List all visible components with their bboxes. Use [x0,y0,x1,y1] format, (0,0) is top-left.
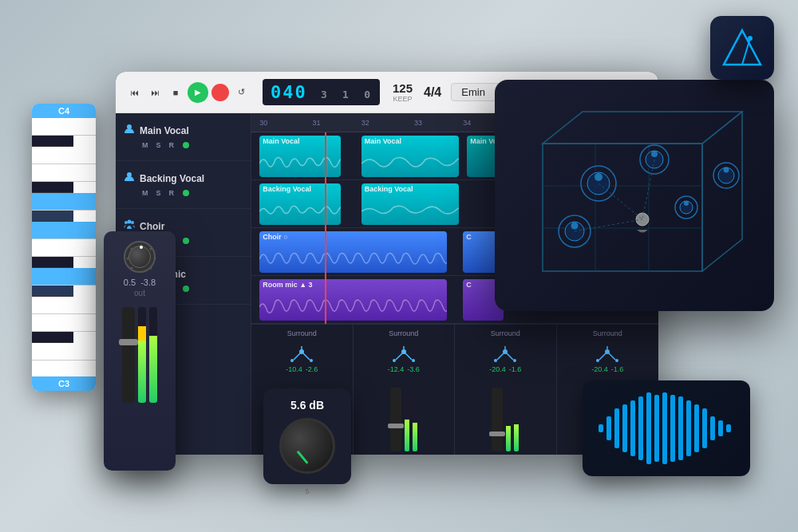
fader-handle-3[interactable] [489,432,505,436]
fader-3[interactable] [492,388,503,451]
knob-tick: 5 [305,487,309,495]
svg-rect-50 [598,424,603,432]
vu-3 [405,388,409,451]
piano-key-black[interactable] [32,136,73,147]
track-name-main-vocal: Main Vocal [140,125,189,136]
time-sub3: 0 [364,89,372,100]
db2-2: -3.6 [407,365,420,373]
play-button[interactable]: ▶ [188,82,208,103]
vu-4 [413,388,417,451]
svg-point-24 [596,359,599,362]
db2-4: -1.6 [611,365,624,373]
piano-key-white[interactable] [32,193,96,211]
clip-bv-label-2: Backing Vocal [361,183,459,195]
clip-choir-1[interactable]: Choir ○ [259,231,447,273]
svg-point-21 [494,359,497,362]
svg-point-23 [605,349,610,354]
record-arm-bv[interactable]: R [167,188,177,198]
svg-rect-65 [718,420,723,436]
record-arm-main-vocal[interactable]: R [167,140,177,150]
svg-point-5 [127,258,129,260]
fader-2[interactable] [390,388,401,451]
ruler-mark-30: 30 [259,119,267,127]
piano-key-white[interactable] [32,147,96,164]
time-sub2: 1 [342,89,350,100]
piano-key-white[interactable] [32,222,96,239]
clip-main-vocal-2[interactable]: Main Vocal [361,136,459,177]
playhead [325,132,326,324]
surround-label-3: Surround [491,329,520,337]
vu-fill-right [149,336,157,403]
pan-knob[interactable] [124,241,156,273]
piano-key-white[interactable] [32,314,96,332]
piano-key-black[interactable] [32,182,73,193]
stop-button[interactable]: ■ [167,84,184,101]
piano-key-black[interactable] [32,257,73,268]
track-icon-person [124,124,135,137]
svg-point-3 [150,267,152,270]
metronome-widget [710,16,774,80]
fader-handle[interactable] [119,339,138,345]
svg-rect-26 [543,144,702,271]
track-header-main-vocal: Main Vocal M S R [116,113,251,161]
piano-key-white[interactable] [32,118,96,136]
clip-room-mic-1[interactable]: Room mic ▲ 3 [259,279,447,321]
svg-rect-51 [606,416,611,440]
loop-button[interactable]: ↺ [232,84,250,101]
ruler-mark-33: 33 [414,119,422,127]
track-name-backing-vocal: Backing Vocal [140,173,204,184]
db-values-3: -20.4 -1.6 [489,365,521,373]
surround-label-4: Surround [593,329,622,337]
ruler-mark-31: 31 [313,119,321,127]
record-button[interactable] [211,84,229,101]
waveform-widget [583,380,750,476]
svg-point-18 [393,359,396,362]
solo-button-main-vocal[interactable]: S [154,140,164,150]
piano-key-black[interactable] [32,332,73,343]
piano-key-white[interactable] [32,239,96,257]
svg-rect-52 [614,408,619,448]
solo-button-bv[interactable]: S [154,188,164,198]
db-values-2: -12.4 -3.6 [388,365,420,373]
svg-rect-59 [670,395,675,462]
svg-point-20 [503,349,508,354]
surround-icon-4 [591,340,623,364]
piano-key-white[interactable] [32,343,96,361]
active-indicator-room-mic [183,286,189,292]
track-header-top-bv: Backing Vocal [124,171,243,185]
knob-indicator [296,451,308,464]
svg-rect-62 [694,404,699,452]
piano-key-black[interactable] [32,286,73,297]
svg-point-42 [571,223,579,230]
track-name-choir: Choir [140,221,164,232]
channel-fader[interactable] [122,307,135,403]
svg-point-7 [140,246,143,249]
piano-key-white[interactable] [32,297,96,314]
clip-backing-vocal-1[interactable]: Backing Vocal [259,183,341,225]
surround-icon-2 [388,340,420,364]
mixer-strip-2: Surround -12.4 -3.6 [354,325,456,455]
vu-fill-green [138,341,146,403]
piano-key-black[interactable] [32,211,73,222]
db1-4: -20.4 [591,365,608,373]
clip-main-vocal-1[interactable]: Main Vocal [259,136,341,177]
fast-forward-button[interactable]: ⏭ [146,84,164,101]
svg-point-33 [595,173,602,181]
db-values-1: -10.4 -2.6 [286,365,318,373]
svg-point-2 [154,258,156,260]
clip-backing-vocal-2[interactable]: Backing Vocal [361,183,459,225]
vu-fill-yellow [138,326,146,341]
vu-fill-3 [405,420,409,451]
active-indicator-choir [183,238,189,244]
clip-label-2: Main Vocal [361,136,459,147]
fader-handle-2[interactable] [388,424,404,428]
rewind-button[interactable]: ⏮ [125,84,143,101]
gain-knob[interactable] [279,418,335,474]
spatial-svg [495,80,774,311]
piano-key-white[interactable] [32,268,96,286]
piano-key-white[interactable] [32,164,96,182]
svg-rect-63 [702,408,707,448]
svg-point-45 [724,167,729,173]
mute-button-bv[interactable]: M [140,188,151,198]
mute-button-main-vocal[interactable]: M [140,140,151,150]
